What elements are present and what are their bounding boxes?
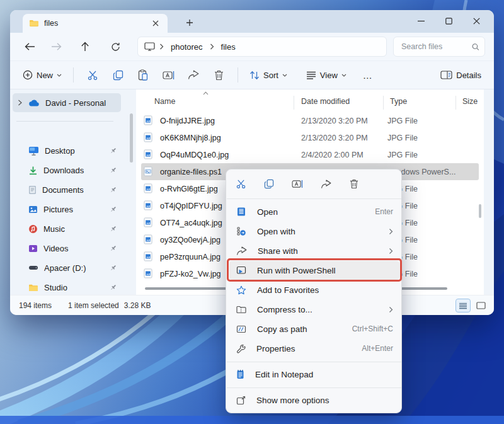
zip-folder-icon bbox=[236, 306, 246, 314]
menu-item-label: Show more options bbox=[256, 396, 393, 405]
search-box[interactable] bbox=[393, 37, 485, 57]
open-icon bbox=[236, 207, 246, 217]
ellipsis-icon: … bbox=[363, 70, 373, 81]
column-headers: Name Date modified Type Size bbox=[136, 95, 484, 111]
rename-button[interactable] bbox=[156, 65, 181, 85]
sidebar-item-onedrive[interactable]: David - Personal bbox=[13, 93, 121, 112]
new-tab-button[interactable] bbox=[181, 15, 198, 30]
submenu-chevron-icon bbox=[389, 228, 393, 235]
cut-button[interactable] bbox=[80, 65, 105, 85]
file-name: o-RvhGl6gtE.jpg bbox=[160, 185, 218, 193]
pin-icon bbox=[110, 186, 117, 193]
minimize-button[interactable] bbox=[407, 10, 435, 32]
refresh-button[interactable] bbox=[105, 37, 126, 57]
vertical-scrollbar[interactable] bbox=[479, 204, 481, 218]
menu-item-label: Open with bbox=[257, 227, 378, 236]
search-input[interactable] bbox=[401, 42, 472, 51]
menu-item-run-with-powershell[interactable]: Run with PowerShell bbox=[229, 261, 399, 280]
desktop: files bbox=[0, 0, 504, 424]
submenu-chevron-icon bbox=[389, 306, 393, 313]
file-name: oy3ZQo0evjA.jpg bbox=[160, 236, 220, 244]
maximize-button[interactable] bbox=[435, 10, 462, 32]
powershell-file-icon bbox=[144, 166, 152, 176]
menu-item-show-more-options[interactable]: Show more options bbox=[229, 391, 399, 410]
file-row[interactable]: O-fnijdJJRE.jpg 2/13/2020 3:20 PM JPG Fi… bbox=[141, 112, 479, 129]
share-button[interactable] bbox=[181, 65, 206, 85]
pin-icon bbox=[110, 147, 117, 154]
column-type[interactable]: Type bbox=[390, 97, 407, 106]
delete-button[interactable] bbox=[206, 65, 231, 85]
sidebar-item-videos[interactable]: Videos bbox=[13, 239, 121, 258]
menu-item-open[interactable]: Open Enter bbox=[229, 202, 399, 221]
thumbnail-view-button[interactable] bbox=[474, 299, 488, 312]
cut-icon[interactable] bbox=[232, 176, 249, 192]
menu-item-compress-to[interactable]: Compress to... bbox=[229, 300, 399, 319]
file-row[interactable]: oK6K8MNjhj8.jpg 2/13/2020 3:20 PM JPG Fi… bbox=[141, 129, 479, 146]
selection-count: 1 item selected bbox=[68, 301, 119, 310]
jpg-file-icon bbox=[144, 268, 152, 278]
column-divider[interactable] bbox=[383, 96, 384, 110]
view-toggles bbox=[456, 299, 488, 312]
column-divider[interactable] bbox=[294, 96, 294, 110]
menu-item-add-to-favorites[interactable]: Add to Favorites bbox=[229, 280, 399, 299]
sidebar-item-pictures[interactable]: Pictures bbox=[13, 200, 121, 219]
sidebar-item-studio[interactable]: Studio bbox=[13, 278, 121, 297]
jpg-file-icon bbox=[144, 234, 152, 244]
tab-close-icon[interactable] bbox=[150, 18, 161, 29]
tab-files[interactable]: files bbox=[23, 14, 168, 33]
menu-item-open-with[interactable]: Open with bbox=[229, 222, 399, 241]
file-date: 2/13/2020 3:20 PM bbox=[301, 134, 368, 142]
jpg-file-icon bbox=[144, 115, 152, 125]
more-options-button[interactable]: … bbox=[358, 66, 378, 84]
view-button[interactable]: View bbox=[301, 67, 352, 84]
delete-icon[interactable] bbox=[346, 176, 362, 192]
up-button[interactable] bbox=[74, 37, 96, 57]
breadcrumb-photorec[interactable]: photorec bbox=[168, 41, 205, 53]
menu-item-label: Properties bbox=[256, 344, 351, 353]
pin-icon bbox=[110, 244, 117, 252]
new-button[interactable]: New bbox=[18, 66, 67, 84]
copy-button[interactable] bbox=[105, 65, 130, 85]
sidebar-scrollbar[interactable] bbox=[130, 113, 133, 163]
jpg-file-icon bbox=[144, 200, 152, 210]
column-size[interactable]: Size bbox=[462, 97, 478, 106]
details-view-button[interactable] bbox=[456, 299, 470, 312]
file-date: 2/4/2020 2:00 PM bbox=[301, 151, 364, 159]
copy-icon[interactable] bbox=[261, 176, 277, 192]
jpg-file-icon bbox=[144, 149, 152, 159]
share-icon[interactable] bbox=[318, 176, 334, 192]
column-date-modified[interactable]: Date modified bbox=[301, 97, 350, 106]
breadcrumb-files[interactable]: files bbox=[219, 41, 238, 53]
window-controls bbox=[407, 10, 490, 32]
file-name: OT74_ac4uqk.jpg bbox=[160, 219, 222, 227]
sidebar-item-desktop[interactable]: Desktop bbox=[13, 141, 121, 160]
sidebar-item-label: Documents bbox=[42, 185, 104, 195]
file-row[interactable]: OqP4uMDQ1e0.jpg 2/4/2020 2:00 PM JPG Fil… bbox=[141, 146, 479, 163]
sidebar-item-downloads[interactable]: Downloads bbox=[13, 161, 121, 180]
back-button[interactable] bbox=[19, 37, 40, 57]
paste-button[interactable] bbox=[130, 65, 156, 85]
rename-icon[interactable] bbox=[289, 176, 306, 192]
menu-item-copy-as-path[interactable]: Copy as path Ctrl+Shift+C bbox=[229, 319, 399, 338]
sort-label: Sort bbox=[263, 71, 278, 80]
close-button[interactable] bbox=[462, 10, 490, 32]
sidebar-item-documents[interactable]: Documents bbox=[13, 180, 121, 199]
show-more-icon bbox=[236, 396, 246, 405]
menu-item-properties[interactable]: Properties Alt+Enter bbox=[229, 339, 399, 358]
column-name[interactable]: Name bbox=[154, 97, 175, 106]
sidebar-item-label: Downloads bbox=[43, 166, 104, 175]
sidebar-item-apacer-drive[interactable]: Apacer (D:) bbox=[13, 258, 121, 277]
sort-button[interactable]: Sort bbox=[244, 67, 292, 84]
details-label: Details bbox=[456, 71, 481, 80]
toolbar-divider bbox=[238, 67, 238, 83]
view-lines-icon bbox=[306, 71, 316, 79]
pin-icon bbox=[110, 205, 117, 213]
forward-button[interactable] bbox=[45, 37, 67, 57]
menu-item-share-with[interactable]: Share with bbox=[229, 241, 399, 260]
menu-item-edit-in-notepad[interactable]: Edit in Notepad bbox=[229, 365, 399, 384]
navigation-bar: photorec files bbox=[10, 33, 494, 60]
details-pane-button[interactable]: Details bbox=[435, 67, 486, 84]
column-divider[interactable] bbox=[455, 96, 456, 110]
address-bar[interactable]: photorec files bbox=[137, 37, 387, 57]
sidebar-item-music[interactable]: Music bbox=[13, 219, 121, 238]
